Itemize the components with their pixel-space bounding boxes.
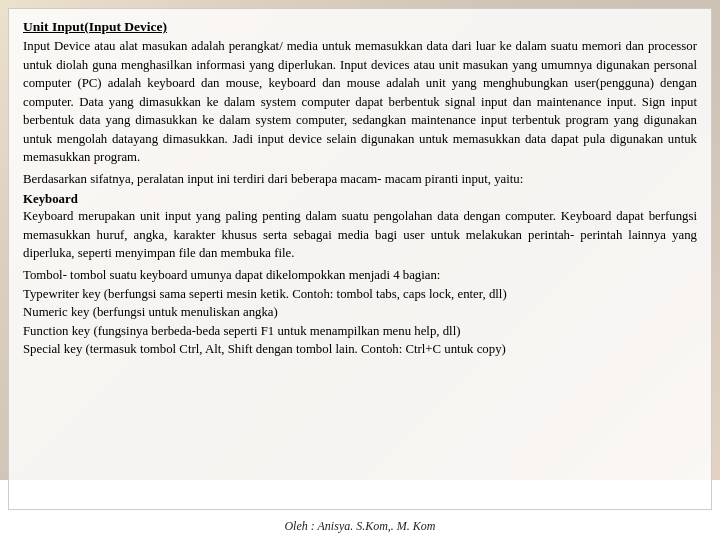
keyboard-body: Keyboard merupakan unit input yang palin… [23,207,697,263]
content-box: Unit Input(Input Device) Input Device at… [8,8,712,510]
tombol-line: Tombol- tombol suatu keyboard umunya dap… [23,266,697,285]
keyboard-title: Keyboard [23,192,697,207]
page-container: Unit Input(Input Device) Input Device at… [0,0,720,540]
typewriter-key: Typewriter key (berfungsi sama seperti m… [23,285,697,304]
page-title: Unit Input(Input Device) [23,19,697,35]
paragraph1: Input Device atau alat masukan adalah pe… [23,37,697,167]
footer-text: Oleh : Anisya. S.Kom,. M. Kom [284,519,435,533]
numeric-key: Numeric key (berfungsi untuk menuliskan … [23,303,697,322]
paragraph2: Berdasarkan sifatnya, peralatan input in… [23,170,697,189]
footer: Oleh : Anisya. S.Kom,. M. Kom [0,519,720,534]
function-key: Function key (fungsinya berbeda-beda sep… [23,322,697,341]
special-key: Special key (termasuk tombol Ctrl, Alt, … [23,340,697,359]
